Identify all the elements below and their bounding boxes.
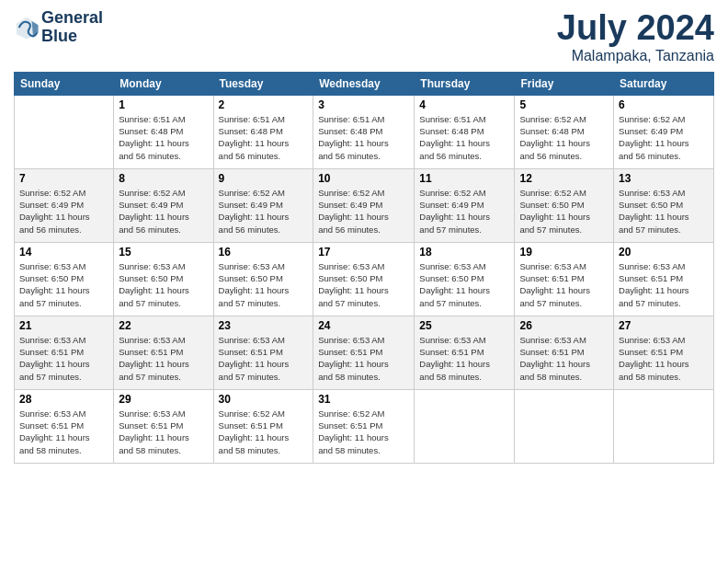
day-info: Sunrise: 6:53 AM Sunset: 6:51 PM Dayligh… [419, 334, 509, 383]
week-row-4: 21Sunrise: 6:53 AM Sunset: 6:51 PM Dayli… [15, 316, 714, 389]
table-row: 30Sunrise: 6:52 AM Sunset: 6:51 PM Dayli… [213, 389, 313, 463]
table-row [614, 389, 714, 463]
table-row: 16Sunrise: 6:53 AM Sunset: 6:50 PM Dayli… [213, 242, 313, 316]
table-row: 28Sunrise: 6:53 AM Sunset: 6:51 PM Dayli… [15, 389, 114, 463]
day-number: 30 [219, 393, 309, 406]
day-info: Sunrise: 6:51 AM Sunset: 6:48 PM Dayligh… [419, 113, 509, 162]
table-row: 2Sunrise: 6:51 AM Sunset: 6:48 PM Daylig… [213, 95, 313, 168]
day-number: 10 [318, 172, 409, 185]
day-number: 22 [119, 319, 208, 332]
day-number: 12 [519, 172, 609, 185]
day-number: 19 [519, 246, 609, 259]
day-info: Sunrise: 6:53 AM Sunset: 6:51 PM Dayligh… [119, 334, 208, 383]
logo-icon [14, 15, 40, 40]
day-number: 31 [318, 393, 409, 406]
day-number: 25 [419, 319, 509, 332]
day-info: Sunrise: 6:52 AM Sunset: 6:49 PM Dayligh… [19, 187, 108, 236]
day-info: Sunrise: 6:53 AM Sunset: 6:50 PM Dayligh… [318, 260, 409, 309]
table-row: 18Sunrise: 6:53 AM Sunset: 6:50 PM Dayli… [415, 242, 515, 316]
day-number: 8 [119, 172, 208, 185]
day-number: 3 [318, 98, 409, 111]
day-number: 28 [19, 393, 108, 406]
logo-line2: Blue [41, 28, 103, 46]
header-sunday: Sunday [15, 72, 114, 95]
day-info: Sunrise: 6:53 AM Sunset: 6:51 PM Dayligh… [619, 260, 709, 309]
table-row: 25Sunrise: 6:53 AM Sunset: 6:51 PM Dayli… [415, 316, 515, 389]
header-saturday: Saturday [614, 72, 714, 95]
day-number: 6 [619, 98, 709, 111]
header: General Blue July 2024 Malampaka, Tanzan… [14, 9, 714, 64]
calendar-table: Sunday Monday Tuesday Wednesday Thursday… [14, 72, 714, 464]
day-info: Sunrise: 6:52 AM Sunset: 6:51 PM Dayligh… [219, 408, 309, 456]
day-number: 11 [419, 172, 509, 185]
day-info: Sunrise: 6:53 AM Sunset: 6:50 PM Dayligh… [19, 260, 108, 309]
day-info: Sunrise: 6:52 AM Sunset: 6:50 PM Dayligh… [519, 187, 609, 236]
table-row: 21Sunrise: 6:53 AM Sunset: 6:51 PM Dayli… [15, 316, 114, 389]
day-number: 4 [419, 98, 509, 111]
table-row: 24Sunrise: 6:53 AM Sunset: 6:51 PM Dayli… [313, 316, 415, 389]
table-row: 19Sunrise: 6:53 AM Sunset: 6:51 PM Dayli… [515, 242, 614, 316]
day-number: 29 [119, 393, 208, 406]
header-monday: Monday [114, 72, 213, 95]
day-info: Sunrise: 6:52 AM Sunset: 6:49 PM Dayligh… [619, 113, 709, 162]
day-number: 13 [619, 172, 709, 185]
table-row: 26Sunrise: 6:53 AM Sunset: 6:51 PM Dayli… [515, 316, 614, 389]
table-row: 9Sunrise: 6:52 AM Sunset: 6:49 PM Daylig… [213, 168, 313, 242]
day-number: 7 [19, 172, 108, 185]
table-row [415, 389, 515, 463]
day-info: Sunrise: 6:53 AM Sunset: 6:51 PM Dayligh… [119, 408, 208, 456]
location-subtitle: Malampaka, Tanzania [557, 48, 714, 64]
day-number: 5 [519, 98, 609, 111]
week-row-3: 14Sunrise: 6:53 AM Sunset: 6:50 PM Dayli… [15, 242, 714, 316]
table-row: 14Sunrise: 6:53 AM Sunset: 6:50 PM Dayli… [15, 242, 114, 316]
day-info: Sunrise: 6:53 AM Sunset: 6:50 PM Dayligh… [419, 260, 509, 309]
day-number: 20 [619, 246, 709, 259]
table-row [515, 389, 614, 463]
day-info: Sunrise: 6:52 AM Sunset: 6:49 PM Dayligh… [318, 187, 409, 236]
day-info: Sunrise: 6:53 AM Sunset: 6:51 PM Dayligh… [619, 334, 709, 383]
logo: General Blue [14, 9, 103, 46]
table-row: 29Sunrise: 6:53 AM Sunset: 6:51 PM Dayli… [114, 389, 213, 463]
day-info: Sunrise: 6:53 AM Sunset: 6:51 PM Dayligh… [19, 334, 108, 383]
day-number: 17 [318, 246, 409, 259]
day-number: 21 [19, 319, 108, 332]
day-number: 18 [419, 246, 509, 259]
day-info: Sunrise: 6:52 AM Sunset: 6:48 PM Dayligh… [519, 113, 609, 162]
header-friday: Friday [515, 72, 614, 95]
day-info: Sunrise: 6:51 AM Sunset: 6:48 PM Dayligh… [119, 113, 208, 162]
day-info: Sunrise: 6:52 AM Sunset: 6:51 PM Dayligh… [318, 408, 409, 456]
page: General Blue July 2024 Malampaka, Tanzan… [0, 0, 728, 563]
table-row: 13Sunrise: 6:53 AM Sunset: 6:50 PM Dayli… [614, 168, 714, 242]
day-info: Sunrise: 6:53 AM Sunset: 6:51 PM Dayligh… [318, 334, 409, 383]
day-number: 9 [219, 172, 309, 185]
month-title: July 2024 [557, 9, 714, 48]
table-row: 22Sunrise: 6:53 AM Sunset: 6:51 PM Dayli… [114, 316, 213, 389]
table-row: 7Sunrise: 6:52 AM Sunset: 6:49 PM Daylig… [15, 168, 114, 242]
week-row-1: 1Sunrise: 6:51 AM Sunset: 6:48 PM Daylig… [15, 95, 714, 168]
table-row: 17Sunrise: 6:53 AM Sunset: 6:50 PM Dayli… [313, 242, 415, 316]
day-info: Sunrise: 6:52 AM Sunset: 6:49 PM Dayligh… [219, 187, 309, 236]
day-number: 14 [19, 246, 108, 259]
table-row: 23Sunrise: 6:53 AM Sunset: 6:51 PM Dayli… [213, 316, 313, 389]
header-tuesday: Tuesday [213, 72, 313, 95]
day-info: Sunrise: 6:53 AM Sunset: 6:51 PM Dayligh… [219, 334, 309, 383]
day-number: 16 [219, 246, 309, 259]
header-wednesday: Wednesday [313, 72, 415, 95]
day-number: 1 [119, 98, 208, 111]
table-row: 10Sunrise: 6:52 AM Sunset: 6:49 PM Dayli… [313, 168, 415, 242]
day-number: 24 [318, 319, 409, 332]
week-row-2: 7Sunrise: 6:52 AM Sunset: 6:49 PM Daylig… [15, 168, 714, 242]
day-number: 2 [219, 98, 309, 111]
table-row: 4Sunrise: 6:51 AM Sunset: 6:48 PM Daylig… [415, 95, 515, 168]
day-info: Sunrise: 6:53 AM Sunset: 6:51 PM Dayligh… [519, 334, 609, 383]
day-info: Sunrise: 6:53 AM Sunset: 6:51 PM Dayligh… [19, 408, 108, 456]
week-row-5: 28Sunrise: 6:53 AM Sunset: 6:51 PM Dayli… [15, 389, 714, 463]
table-row: 3Sunrise: 6:51 AM Sunset: 6:48 PM Daylig… [313, 95, 415, 168]
day-info: Sunrise: 6:53 AM Sunset: 6:50 PM Dayligh… [119, 260, 208, 309]
day-info: Sunrise: 6:52 AM Sunset: 6:49 PM Dayligh… [419, 187, 509, 236]
table-row: 12Sunrise: 6:52 AM Sunset: 6:50 PM Dayli… [515, 168, 614, 242]
header-thursday: Thursday [415, 72, 515, 95]
table-row: 1Sunrise: 6:51 AM Sunset: 6:48 PM Daylig… [114, 95, 213, 168]
table-row: 11Sunrise: 6:52 AM Sunset: 6:49 PM Dayli… [415, 168, 515, 242]
day-info: Sunrise: 6:53 AM Sunset: 6:50 PM Dayligh… [619, 187, 709, 236]
